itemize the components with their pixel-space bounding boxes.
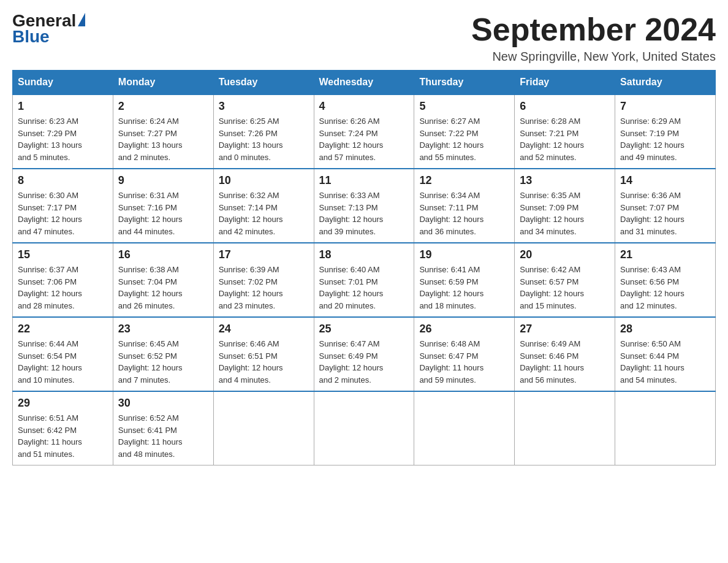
- col-monday: Monday: [113, 71, 213, 95]
- calendar-cell: 27 Sunrise: 6:49 AMSunset: 6:46 PMDaylig…: [515, 317, 615, 391]
- logo-blue-text: Blue: [12, 28, 50, 45]
- day-info: Sunrise: 6:29 AMSunset: 7:19 PMDaylight:…: [620, 115, 710, 163]
- day-info: Sunrise: 6:44 AMSunset: 6:54 PMDaylight:…: [18, 338, 108, 386]
- calendar-week-row: 29 Sunrise: 6:51 AMSunset: 6:42 PMDaylig…: [13, 391, 716, 465]
- day-number: 12: [419, 174, 509, 187]
- day-number: 29: [18, 397, 108, 410]
- day-info: Sunrise: 6:43 AMSunset: 6:56 PMDaylight:…: [620, 264, 710, 312]
- logo-triangle-icon: [78, 13, 85, 26]
- day-number: 4: [319, 100, 409, 113]
- day-info: Sunrise: 6:23 AMSunset: 7:29 PMDaylight:…: [18, 115, 108, 163]
- calendar-title: September 2024: [471, 12, 716, 47]
- calendar-week-row: 22 Sunrise: 6:44 AMSunset: 6:54 PMDaylig…: [13, 317, 716, 391]
- calendar-cell: [515, 391, 615, 465]
- calendar-header-row: Sunday Monday Tuesday Wednesday Thursday…: [13, 71, 716, 95]
- day-number: 9: [118, 174, 208, 187]
- day-info: Sunrise: 6:52 AMSunset: 6:41 PMDaylight:…: [118, 412, 208, 460]
- day-number: 28: [620, 323, 710, 335]
- calendar-cell: 12 Sunrise: 6:34 AMSunset: 7:11 PMDaylig…: [414, 169, 515, 243]
- col-wednesday: Wednesday: [314, 71, 414, 95]
- day-info: Sunrise: 6:48 AMSunset: 6:47 PMDaylight:…: [419, 338, 509, 386]
- col-tuesday: Tuesday: [213, 71, 314, 95]
- calendar-cell: 13 Sunrise: 6:35 AMSunset: 7:09 PMDaylig…: [515, 169, 615, 243]
- calendar-week-row: 15 Sunrise: 6:37 AMSunset: 7:06 PMDaylig…: [13, 243, 716, 317]
- day-number: 25: [319, 323, 409, 335]
- day-number: 5: [419, 100, 509, 113]
- day-info: Sunrise: 6:45 AMSunset: 6:52 PMDaylight:…: [118, 338, 208, 386]
- calendar-cell: 6 Sunrise: 6:28 AMSunset: 7:21 PMDayligh…: [515, 94, 615, 169]
- calendar-cell: 21 Sunrise: 6:43 AMSunset: 6:56 PMDaylig…: [615, 243, 716, 317]
- day-info: Sunrise: 6:47 AMSunset: 6:49 PMDaylight:…: [319, 338, 409, 386]
- day-info: Sunrise: 6:24 AMSunset: 7:27 PMDaylight:…: [118, 115, 208, 163]
- day-number: 3: [219, 100, 309, 113]
- calendar-cell: 29 Sunrise: 6:51 AMSunset: 6:42 PMDaylig…: [13, 391, 113, 465]
- calendar-cell: 26 Sunrise: 6:48 AMSunset: 6:47 PMDaylig…: [414, 317, 515, 391]
- calendar-cell: 23 Sunrise: 6:45 AMSunset: 6:52 PMDaylig…: [113, 317, 213, 391]
- calendar-cell: [213, 391, 314, 465]
- day-info: Sunrise: 6:41 AMSunset: 6:59 PMDaylight:…: [419, 264, 509, 312]
- calendar-cell: 4 Sunrise: 6:26 AMSunset: 7:24 PMDayligh…: [314, 94, 414, 169]
- day-number: 8: [18, 174, 108, 187]
- calendar-cell: 15 Sunrise: 6:37 AMSunset: 7:06 PMDaylig…: [13, 243, 113, 317]
- calendar-cell: 3 Sunrise: 6:25 AMSunset: 7:26 PMDayligh…: [213, 94, 314, 169]
- day-info: Sunrise: 6:38 AMSunset: 7:04 PMDaylight:…: [118, 264, 208, 312]
- calendar-cell: [414, 391, 515, 465]
- day-info: Sunrise: 6:33 AMSunset: 7:13 PMDaylight:…: [319, 190, 409, 237]
- day-info: Sunrise: 6:49 AMSunset: 6:46 PMDaylight:…: [520, 338, 610, 386]
- day-number: 20: [520, 248, 610, 261]
- calendar-cell: 17 Sunrise: 6:39 AMSunset: 7:02 PMDaylig…: [213, 243, 314, 317]
- calendar-cell: 9 Sunrise: 6:31 AMSunset: 7:16 PMDayligh…: [113, 169, 213, 243]
- day-info: Sunrise: 6:25 AMSunset: 7:26 PMDaylight:…: [219, 115, 309, 163]
- col-thursday: Thursday: [414, 71, 515, 95]
- day-info: Sunrise: 6:27 AMSunset: 7:22 PMDaylight:…: [419, 115, 509, 163]
- day-info: Sunrise: 6:30 AMSunset: 7:17 PMDaylight:…: [18, 190, 108, 237]
- day-info: Sunrise: 6:37 AMSunset: 7:06 PMDaylight:…: [18, 264, 108, 312]
- day-number: 16: [118, 248, 208, 261]
- col-friday: Friday: [515, 71, 615, 95]
- day-number: 22: [18, 323, 108, 335]
- day-info: Sunrise: 6:28 AMSunset: 7:21 PMDaylight:…: [520, 115, 610, 163]
- day-number: 19: [419, 248, 509, 261]
- calendar-cell: 30 Sunrise: 6:52 AMSunset: 6:41 PMDaylig…: [113, 391, 213, 465]
- day-number: 17: [219, 248, 309, 261]
- page-header: General Blue September 2024 New Springvi…: [12, 12, 716, 64]
- calendar-cell: 16 Sunrise: 6:38 AMSunset: 7:04 PMDaylig…: [113, 243, 213, 317]
- calendar-subtitle: New Springville, New York, United States: [471, 50, 716, 64]
- calendar-table: Sunday Monday Tuesday Wednesday Thursday…: [12, 70, 716, 465]
- day-info: Sunrise: 6:26 AMSunset: 7:24 PMDaylight:…: [319, 115, 409, 163]
- day-info: Sunrise: 6:42 AMSunset: 6:57 PMDaylight:…: [520, 264, 610, 312]
- day-info: Sunrise: 6:46 AMSunset: 6:51 PMDaylight:…: [219, 338, 309, 386]
- calendar-cell: 2 Sunrise: 6:24 AMSunset: 7:27 PMDayligh…: [113, 94, 213, 169]
- calendar-cell: 19 Sunrise: 6:41 AMSunset: 6:59 PMDaylig…: [414, 243, 515, 317]
- calendar-cell: 1 Sunrise: 6:23 AMSunset: 7:29 PMDayligh…: [13, 94, 113, 169]
- calendar-cell: 20 Sunrise: 6:42 AMSunset: 6:57 PMDaylig…: [515, 243, 615, 317]
- day-number: 7: [620, 100, 710, 113]
- calendar-cell: 8 Sunrise: 6:30 AMSunset: 7:17 PMDayligh…: [13, 169, 113, 243]
- day-number: 21: [620, 248, 710, 261]
- calendar-week-row: 8 Sunrise: 6:30 AMSunset: 7:17 PMDayligh…: [13, 169, 716, 243]
- day-number: 18: [319, 248, 409, 261]
- day-number: 6: [520, 100, 610, 113]
- day-info: Sunrise: 6:39 AMSunset: 7:02 PMDaylight:…: [219, 264, 309, 312]
- calendar-cell: [615, 391, 716, 465]
- day-number: 14: [620, 174, 710, 187]
- day-info: Sunrise: 6:34 AMSunset: 7:11 PMDaylight:…: [419, 190, 509, 237]
- calendar-cell: 11 Sunrise: 6:33 AMSunset: 7:13 PMDaylig…: [314, 169, 414, 243]
- day-info: Sunrise: 6:32 AMSunset: 7:14 PMDaylight:…: [219, 190, 309, 237]
- title-block: September 2024 New Springville, New York…: [471, 12, 716, 64]
- col-saturday: Saturday: [615, 71, 716, 95]
- calendar-cell: 18 Sunrise: 6:40 AMSunset: 7:01 PMDaylig…: [314, 243, 414, 317]
- calendar-week-row: 1 Sunrise: 6:23 AMSunset: 7:29 PMDayligh…: [13, 94, 716, 169]
- calendar-cell: 24 Sunrise: 6:46 AMSunset: 6:51 PMDaylig…: [213, 317, 314, 391]
- calendar-cell: [314, 391, 414, 465]
- col-sunday: Sunday: [13, 71, 113, 95]
- day-number: 2: [118, 100, 208, 113]
- calendar-cell: 28 Sunrise: 6:50 AMSunset: 6:44 PMDaylig…: [615, 317, 716, 391]
- day-number: 10: [219, 174, 309, 187]
- day-number: 1: [18, 100, 108, 113]
- day-info: Sunrise: 6:51 AMSunset: 6:42 PMDaylight:…: [18, 412, 108, 460]
- day-info: Sunrise: 6:31 AMSunset: 7:16 PMDaylight:…: [118, 190, 208, 237]
- calendar-cell: 7 Sunrise: 6:29 AMSunset: 7:19 PMDayligh…: [615, 94, 716, 169]
- logo: General Blue: [12, 12, 85, 45]
- day-info: Sunrise: 6:35 AMSunset: 7:09 PMDaylight:…: [520, 190, 610, 237]
